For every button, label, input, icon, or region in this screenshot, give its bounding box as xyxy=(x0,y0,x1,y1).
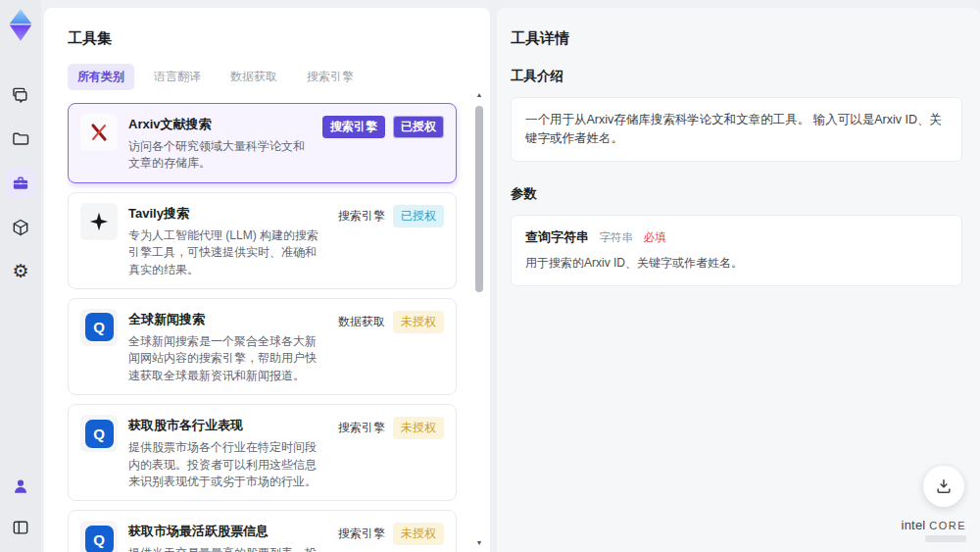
detail-title: 工具详情 xyxy=(511,29,962,48)
tool-tags: 搜索引擎 已授权 xyxy=(322,114,444,173)
tab-2[interactable]: 数据获取 xyxy=(220,64,287,90)
tool-category-tag: 搜索引擎 xyxy=(338,523,385,545)
user-icon xyxy=(11,477,30,496)
tool-status-badge: 未授权 xyxy=(393,311,444,333)
tool-description: 访问各个研究领域大量科学论文和文章的存储库。 xyxy=(128,138,312,173)
param-type: 字符串 xyxy=(599,231,633,243)
download-icon xyxy=(934,477,954,496)
tab-3[interactable]: 搜索引擎 xyxy=(297,64,364,90)
tool-description: 专为人工智能代理 (LLM) 构建的搜索引擎工具，可快速提供实时、准确和真实的结… xyxy=(128,227,327,278)
tool-card[interactable]: Arxiv文献搜索 访问各个研究领域大量科学论文和文章的存储库。 搜索引擎 已授… xyxy=(68,103,457,183)
rail-bottom xyxy=(6,472,35,542)
params-heading: 参数 xyxy=(511,185,962,203)
tool-description: 提供股票市场各个行业在特定时间段内的表现。投资者可以利用这些信息来识别表现优于或… xyxy=(128,439,327,490)
tab-0-active[interactable]: 所有类别 xyxy=(68,64,134,90)
tool-status-badge: 已授权 xyxy=(393,205,444,227)
cube-icon xyxy=(11,218,30,237)
tool-name: 获取股市各行业表现 xyxy=(128,417,327,434)
tool-name: Arxiv文献搜索 xyxy=(128,116,312,133)
tool-category-tag: 搜索引擎 xyxy=(322,116,385,138)
param-card: 查询字符串 字符串 必填 用于搜索的Arxiv ID、关键字或作者姓名。 xyxy=(511,215,962,286)
scroll-up-icon[interactable]: ▲ xyxy=(476,90,483,100)
param-description: 用于搜索的Arxiv ID、关键字或作者姓名。 xyxy=(525,255,948,272)
tool-tags: 数据获取 未授权 xyxy=(338,309,444,384)
tool-card[interactable]: Q 获取股市各行业表现 提供股票市场各个行业在特定时间段内的表现。投资者可以利用… xyxy=(68,404,457,501)
tool-category-tag: 数据获取 xyxy=(338,311,385,333)
tool-status-badge: 未授权 xyxy=(393,417,444,439)
sidebar-item-settings[interactable]: ⚙ xyxy=(6,257,35,286)
sidebar-item-toolbox[interactable] xyxy=(6,169,35,198)
param-required-badge: 必填 xyxy=(643,231,665,243)
download-button[interactable] xyxy=(923,466,964,507)
app-logo-icon xyxy=(6,8,35,43)
tab-label: 数据获取 xyxy=(230,70,277,83)
core-brand-text: CORE xyxy=(929,520,966,531)
sidebar-item-folder[interactable] xyxy=(6,125,35,154)
tab-label: 语言翻译 xyxy=(154,70,201,83)
q-news-logo-icon: Q xyxy=(80,415,118,452)
intro-heading: 工具介绍 xyxy=(511,68,962,85)
scroll-down-icon[interactable]: ▼ xyxy=(476,538,483,548)
tool-description: 全球新闻搜索是一个聚合全球各大新闻网站内容的搜索引擎，帮助用户快速获取全球最新资… xyxy=(128,333,327,384)
sidebar-item-panel[interactable] xyxy=(6,513,35,542)
page-title: 工具集 xyxy=(68,29,470,48)
tool-tags: 搜索引擎 已授权 xyxy=(338,203,444,278)
tool-description: 提供当天交易量最高的股票列表。投资者可以利用这些信息来识别流动性强的股票和潜在的… xyxy=(128,545,327,552)
panel-icon xyxy=(11,518,30,537)
tools-list-panel: 工具集 所有类别语言翻译数据获取搜索引擎 Arxiv文献搜索 访问各个研究领域大… xyxy=(44,8,490,552)
sidebar-item-chat[interactable] xyxy=(6,80,35,110)
tool-status-badge: 未授权 xyxy=(393,523,444,545)
tool-intro-text: 一个用于从Arxiv存储库搜索科学论文和文章的工具。 输入可以是Arxiv ID… xyxy=(511,97,962,162)
rail-nav: ⚙ xyxy=(6,80,35,286)
arxiv-logo-icon xyxy=(80,114,118,151)
scrollbar-thumb[interactable] xyxy=(475,106,483,292)
sparkle-star-icon xyxy=(80,203,118,240)
tool-status-badge: 已授权 xyxy=(393,116,444,138)
category-tabs: 所有类别语言翻译数据获取搜索引擎 xyxy=(68,64,470,90)
briefcase-icon xyxy=(11,174,30,193)
folder-icon xyxy=(11,129,30,149)
chat-icon xyxy=(11,85,30,105)
sidebar-item-user[interactable] xyxy=(6,472,35,501)
param-head: 查询字符串 字符串 必填 xyxy=(525,227,948,246)
scrollbar[interactable]: ▲ ▼ xyxy=(473,90,485,548)
tab-label: 所有类别 xyxy=(77,70,124,83)
intel-core-logo: intel CORE xyxy=(902,518,966,542)
tool-category-tag: 搜索引擎 xyxy=(338,205,385,227)
tool-list: Arxiv文献搜索 访问各个研究领域大量科学论文和文章的存储库。 搜索引擎 已授… xyxy=(68,103,470,552)
tool-name: 全球新闻搜索 xyxy=(128,311,327,328)
intel-logo-sub-bar xyxy=(925,535,966,542)
left-rail: ⚙ xyxy=(0,0,41,552)
gear-icon: ⚙ xyxy=(12,262,28,281)
tool-detail-panel: 工具详情 工具介绍 一个用于从Arxiv存储库搜索科学论文和文章的工具。 输入可… xyxy=(497,8,980,552)
tool-card[interactable]: Tavily搜索 专为人工智能代理 (LLM) 构建的搜索引擎工具，可快速提供实… xyxy=(68,192,457,289)
intel-brand-text: intel xyxy=(902,518,926,532)
q-news-logo-icon: Q xyxy=(80,521,118,552)
scrollbar-track[interactable] xyxy=(475,100,483,538)
q-news-logo-icon: Q xyxy=(80,309,118,346)
tool-card[interactable]: Q 全球新闻搜索 全球新闻搜索是一个聚合全球各大新闻网站内容的搜索引擎，帮助用户… xyxy=(68,298,457,395)
tool-category-tag: 搜索引擎 xyxy=(338,417,385,439)
tool-tags: 搜索引擎 未授权 xyxy=(338,415,444,490)
tool-tags: 搜索引擎 未授权 xyxy=(338,521,444,552)
tool-name: Tavily搜索 xyxy=(128,205,327,223)
tab-1[interactable]: 语言翻译 xyxy=(144,64,211,90)
main-area: 工具集 所有类别语言翻译数据获取搜索引擎 Arxiv文献搜索 访问各个研究领域大… xyxy=(41,0,980,552)
tool-card[interactable]: Q 获取市场最活跃股票信息 提供当天交易量最高的股票列表。投资者可以利用这些信息… xyxy=(68,510,457,552)
tool-name: 获取市场最活跃股票信息 xyxy=(128,523,327,540)
tab-label: 搜索引擎 xyxy=(307,70,354,83)
sidebar-item-models[interactable] xyxy=(6,213,35,242)
app-window: ⚙ 工具集 所有类别语言翻译数据获取搜索引擎 Arxiv文献搜索 访问各个研究领… xyxy=(0,0,980,552)
param-name: 查询字符串 xyxy=(525,229,589,244)
